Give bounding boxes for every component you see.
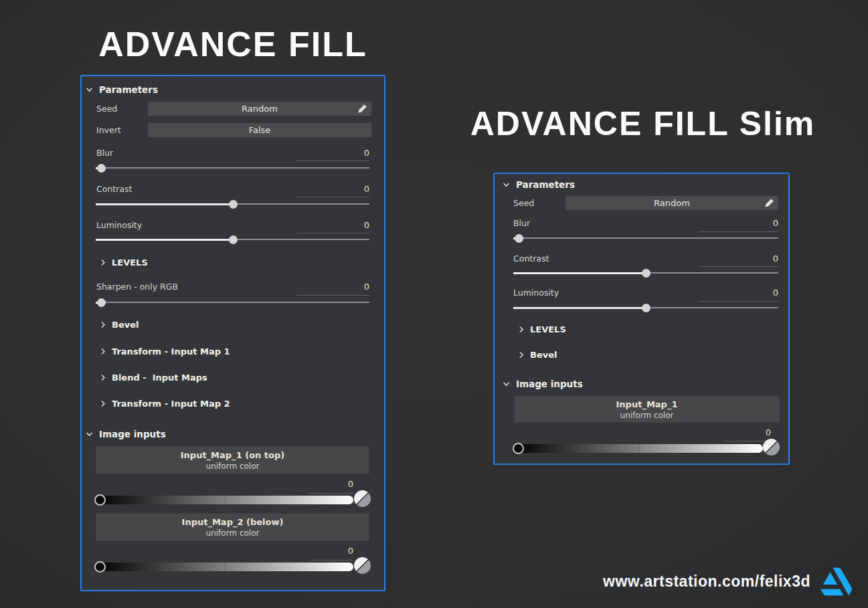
sharpen-row: Sharpen - only RGB 0 (96, 280, 369, 292)
section-transform-input-map-1[interactable]: Transform - Input Map 1 (100, 346, 230, 357)
input-map-1-gradient-handle[interactable] (513, 443, 524, 454)
blur-slider-track[interactable] (96, 167, 369, 169)
contrast-label: Contrast (96, 184, 132, 194)
blur-slider[interactable] (96, 164, 369, 173)
section-label: LEVELS (530, 324, 566, 334)
input-map-1-title: Input_Map_1 (on top) (181, 450, 285, 460)
luminosity-value[interactable]: 0 (364, 220, 369, 230)
grayscale-toggle-icon[interactable] (354, 490, 371, 507)
seed-value: Random (654, 198, 690, 208)
invert-value: False (249, 125, 271, 135)
contrast-slider[interactable] (96, 200, 369, 209)
input-map-1-value-underline (724, 441, 771, 441)
contrast-value-underline (698, 266, 778, 267)
grayscale-toggle-icon[interactable] (763, 439, 780, 455)
blur-value[interactable]: 0 (773, 218, 778, 228)
section-parameters[interactable]: Parameters (86, 84, 158, 95)
section-parameters[interactable]: Parameters (503, 179, 575, 190)
section-transform-input-map-2[interactable]: Transform - Input Map 2 (100, 399, 230, 409)
input-map-2-gradient-slider[interactable] (96, 563, 353, 571)
invert-value-button[interactable]: False (148, 123, 371, 137)
contrast-value-underline (296, 197, 369, 197)
luminosity-value[interactable]: 0 (773, 288, 778, 298)
pencil-icon[interactable] (764, 198, 774, 208)
blur-slider-handle[interactable] (97, 164, 106, 173)
input-map-1-button[interactable]: Input_Map_1 (on top) uniform color (96, 446, 369, 474)
input-map-1-value-underline (310, 493, 353, 494)
contrast-slider-handle[interactable] (642, 269, 650, 278)
input-map-1-value[interactable]: 0 (717, 427, 771, 437)
blur-label: Blur (513, 218, 530, 228)
luminosity-value-underline (296, 233, 369, 233)
luminosity-row: Luminosity 0 (513, 286, 778, 298)
section-label: Transform - Input Map 2 (112, 399, 230, 409)
contrast-row: Contrast 0 (513, 252, 778, 264)
luminosity-slider[interactable] (513, 304, 778, 312)
luminosity-slider-handle[interactable] (229, 235, 238, 244)
pencil-icon[interactable] (357, 104, 367, 114)
luminosity-label: Luminosity (96, 220, 142, 230)
section-bevel[interactable]: Bevel (100, 320, 139, 330)
contrast-value[interactable]: 0 (364, 184, 369, 194)
blur-row: Blur 0 (513, 217, 778, 229)
contrast-slider-handle[interactable] (229, 200, 238, 209)
luminosity-row: Luminosity 0 (96, 219, 369, 231)
section-label: Parameters (516, 179, 575, 190)
section-levels[interactable]: LEVELS (100, 258, 148, 268)
artstation-logo-icon (820, 566, 852, 597)
luminosity-slider-fill (513, 307, 646, 309)
seed-value-button[interactable]: Random (566, 196, 778, 210)
section-bevel[interactable]: Bevel (519, 350, 557, 360)
luminosity-slider[interactable] (96, 235, 369, 244)
luminosity-slider-handle[interactable] (642, 304, 650, 312)
artstation-url[interactable]: www.artstation.com/felix3d (603, 573, 810, 591)
contrast-row: Contrast 0 (96, 183, 369, 195)
section-label: Parameters (99, 84, 158, 95)
sharpen-slider[interactable] (96, 298, 369, 307)
chevron-down-icon (503, 381, 510, 387)
blur-value[interactable]: 0 (364, 148, 369, 158)
input-map-1-subtitle: uniform color (620, 411, 674, 420)
sharpen-slider-track[interactable] (96, 302, 369, 303)
input-map-1-title: Input_Map_1 (616, 399, 678, 409)
chevron-right-icon (519, 326, 524, 333)
input-map-1-value[interactable]: 0 (300, 479, 353, 489)
section-label: Image inputs (516, 379, 583, 389)
blur-label: Blur (96, 148, 113, 158)
input-map-2-value-underline (310, 560, 353, 561)
seed-label: Seed (513, 198, 534, 208)
contrast-label: Contrast (513, 254, 549, 264)
section-label: Image inputs (99, 429, 166, 439)
seed-value: Random (242, 104, 278, 114)
blur-slider-handle[interactable] (515, 234, 523, 243)
contrast-slider[interactable] (513, 269, 778, 278)
input-map-2-value[interactable]: 0 (300, 546, 353, 556)
grayscale-toggle-icon[interactable] (354, 557, 371, 574)
section-image-inputs[interactable]: Image inputs (503, 379, 583, 389)
input-map-1-button[interactable]: Input_Map_1 uniform color (514, 396, 780, 423)
chevron-right-icon (100, 348, 106, 355)
sharpen-slider-handle[interactable] (97, 298, 106, 307)
input-map-1-gradient-slider[interactable] (96, 496, 353, 504)
chevron-down-icon (503, 182, 510, 187)
blur-value-underline (698, 231, 778, 232)
section-blend-input-maps[interactable]: Blend - Input Maps (100, 373, 207, 383)
input-map-2-gradient-handle[interactable] (94, 561, 106, 573)
input-map-1-subtitle: uniform color (206, 462, 260, 471)
chevron-right-icon (100, 374, 106, 381)
chevron-right-icon (100, 400, 106, 407)
sharpen-label: Sharpen - only RGB (96, 282, 178, 292)
input-map-1-gradient-slider[interactable] (514, 444, 763, 453)
left-panel-title: ADVANCE FILL (79, 24, 387, 64)
seed-value-button[interactable]: Random (148, 102, 371, 116)
contrast-value[interactable]: 0 (773, 254, 778, 264)
section-levels[interactable]: LEVELS (519, 324, 566, 334)
sharpen-value[interactable]: 0 (364, 282, 369, 292)
blur-slider-track[interactable] (513, 237, 778, 239)
blur-slider[interactable] (513, 234, 778, 243)
input-map-2-button[interactable]: Input_Map_2 (below) uniform color (96, 513, 369, 541)
input-map-1-gradient-handle[interactable] (94, 494, 106, 506)
contrast-slider-fill (513, 272, 646, 274)
blur-row: Blur 0 (96, 146, 369, 159)
section-image-inputs[interactable]: Image inputs (86, 429, 166, 439)
